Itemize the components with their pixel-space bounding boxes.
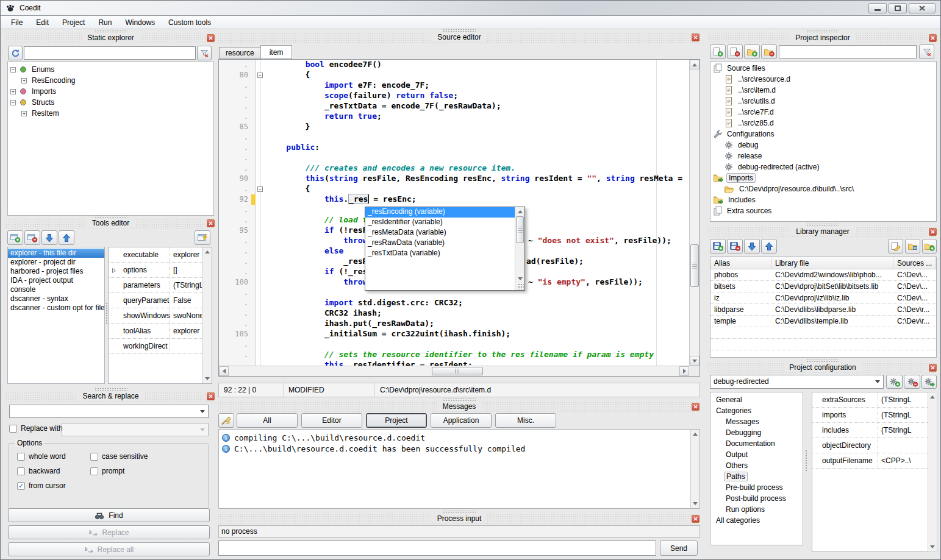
- property-row[interactable]: imports(TStringL: [812, 408, 928, 423]
- process-input-field[interactable]: [218, 541, 656, 556]
- table-row[interactable]: izC:\Dev\dproj\iz\lib\iz.libC:\Dev\...: [710, 292, 936, 304]
- fold-collapse-icon[interactable]: −: [257, 186, 263, 192]
- activate-configuration-button[interactable]: [921, 375, 937, 389]
- tree-item[interactable]: Extra sources: [710, 205, 936, 216]
- close-icon[interactable]: [929, 228, 937, 236]
- property-row[interactable]: outputFilename<CPP>..\: [812, 453, 928, 469]
- tool-list-item[interactable]: IDA - project output: [8, 276, 104, 285]
- vertical-scrollbar[interactable]: [689, 60, 699, 366]
- expand-property-icon[interactable]: [112, 268, 116, 274]
- tree-item[interactable]: debug-redirected (active): [710, 161, 936, 172]
- table-row[interactable]: libdparseC:\Dev\dlibs\libdparse.libC:\De…: [710, 304, 936, 316]
- tree-item[interactable]: +Imports: [8, 86, 213, 97]
- code-line[interactable]: .: [219, 132, 689, 143]
- tool-list-item[interactable]: console: [8, 285, 104, 294]
- scrollbar[interactable]: [202, 247, 212, 383]
- scroll-up-icon[interactable]: [515, 207, 524, 216]
- category-item[interactable]: Output: [710, 449, 803, 460]
- property-row[interactable]: toolAliasexplorer: [109, 324, 202, 339]
- find-button[interactable]: Find: [8, 508, 210, 522]
- property-row[interactable]: includes(TStringL: [812, 423, 928, 438]
- source-editor-header[interactable]: Source editor: [218, 32, 701, 43]
- tree-item[interactable]: C:\Dev\dproj\resource.d\build\..\src\: [710, 183, 936, 194]
- message-row[interactable]: icompiling C:\...\build\resource.d.coedi…: [222, 432, 687, 443]
- dock-grip[interactable]: [443, 398, 476, 401]
- menu-item-windows[interactable]: Windows: [118, 16, 162, 29]
- property-row[interactable]: showWindowsswoNone: [109, 308, 202, 324]
- tree-item[interactable]: −Structs: [8, 97, 213, 108]
- messages-tab-misc[interactable]: Misc.: [495, 413, 556, 428]
- chevron-down-icon[interactable]: [872, 375, 883, 388]
- code-line[interactable]: . public:: [219, 143, 689, 153]
- property-row[interactable]: queryParametFalse: [109, 293, 202, 308]
- property-value[interactable]: (TStringL: [878, 408, 928, 422]
- dock-grip[interactable]: [806, 223, 839, 226]
- move-tool-up-icon[interactable]: [59, 230, 74, 245]
- code-line[interactable]: . /// creates and encodes a new resource…: [219, 163, 689, 174]
- remove-configuration-button[interactable]: [904, 375, 920, 389]
- tree-item[interactable]: ..\src\e7F.d: [710, 107, 936, 118]
- menu-item-file[interactable]: File: [4, 16, 29, 29]
- replace-button[interactable]: b Replace: [8, 525, 210, 539]
- category-item[interactable]: Pre-build process: [710, 482, 803, 493]
- code-line[interactable]: . return true;: [219, 112, 689, 122]
- tree-item[interactable]: ..\src\z85.d: [710, 118, 936, 129]
- tree-item[interactable]: Imports: [710, 172, 936, 183]
- table-row[interactable]: bitsetsC:\Dev\dproj\bitSet\lib\bitsets.l…: [710, 281, 936, 292]
- replace-with-checkbox[interactable]: Replace with: [9, 424, 63, 433]
- menu-item-project[interactable]: Project: [55, 16, 91, 29]
- code-line[interactable]: . import e7F: encode_7F;: [219, 80, 689, 91]
- scroll-thumb[interactable]: [690, 244, 699, 287]
- option-whole-word[interactable]: whole word: [17, 452, 66, 461]
- property-row[interactable]: objectDirectory: [812, 438, 928, 453]
- property-row[interactable]: workingDirect: [109, 339, 202, 354]
- static-explorer-header[interactable]: Static explorer: [5, 33, 216, 43]
- category-item[interactable]: All categories: [710, 515, 803, 526]
- library-from-project-button[interactable]: [905, 239, 920, 253]
- tree-item[interactable]: debug: [710, 140, 936, 151]
- add-tool-button[interactable]: [7, 230, 23, 245]
- property-value[interactable]: []: [170, 263, 202, 277]
- option-prompt[interactable]: prompt: [90, 467, 124, 475]
- remove-library-button[interactable]: [727, 239, 743, 253]
- inspector-filter-input[interactable]: [779, 45, 917, 58]
- unchecked-checkbox[interactable]: [9, 425, 17, 433]
- add-library-button[interactable]: [710, 239, 726, 253]
- tree-item[interactable]: ..\src\item.d: [710, 85, 936, 96]
- code-line[interactable]: . bool encodee7F(): [219, 60, 689, 70]
- code-editor[interactable]: . bool encodee7F()80− {. import e7F: enc…: [218, 59, 700, 377]
- code-line[interactable]: 92 this._res = resEnc;: [219, 194, 689, 205]
- dock-grip[interactable]: [95, 29, 127, 32]
- property-value[interactable]: (TStringL: [878, 392, 928, 407]
- dock-grip[interactable]: [95, 214, 127, 218]
- tool-list-item[interactable]: dscanner - syntax: [8, 294, 104, 303]
- close-button[interactable]: [909, 3, 936, 13]
- unchecked-checkbox[interactable]: [90, 453, 98, 461]
- configuration-selector[interactable]: debug-redirected: [710, 375, 884, 389]
- scroll-down-icon[interactable]: [690, 356, 699, 366]
- property-value[interactable]: <CPP>..\: [878, 453, 928, 468]
- property-value[interactable]: (TStringL: [878, 423, 928, 438]
- scrollbar[interactable]: [928, 392, 937, 552]
- maximize-button[interactable]: [889, 3, 907, 13]
- dock-grip[interactable]: [443, 510, 476, 513]
- scrollbar[interactable]: [690, 430, 699, 508]
- code-line[interactable]: . this._resIdentifier = resIdent;: [219, 360, 689, 366]
- code-line[interactable]: .: [219, 339, 689, 350]
- tools-editor-header[interactable]: Tools editor: [5, 218, 216, 229]
- property-row[interactable]: executableexplorer: [109, 247, 202, 263]
- close-icon[interactable]: [692, 403, 699, 411]
- scroll-down-icon[interactable]: [928, 542, 937, 551]
- tool-list-item[interactable]: explorer - this file dir: [8, 249, 104, 258]
- horizontal-scrollbar[interactable]: [219, 366, 689, 376]
- code-line[interactable]: .− {: [219, 184, 689, 194]
- dock-grip[interactable]: [806, 29, 839, 32]
- search-term-combobox[interactable]: [9, 405, 209, 418]
- editor-tab-item[interactable]: item: [260, 45, 293, 59]
- scroll-up-icon[interactable]: [928, 392, 937, 402]
- property-value[interactable]: False: [170, 293, 202, 308]
- completion-item[interactable]: _resIdentifier (variable): [365, 218, 515, 228]
- property-value[interactable]: (TStringL: [170, 278, 202, 292]
- option-backward[interactable]: backward: [17, 467, 60, 475]
- category-item[interactable]: Post-build process: [710, 493, 803, 504]
